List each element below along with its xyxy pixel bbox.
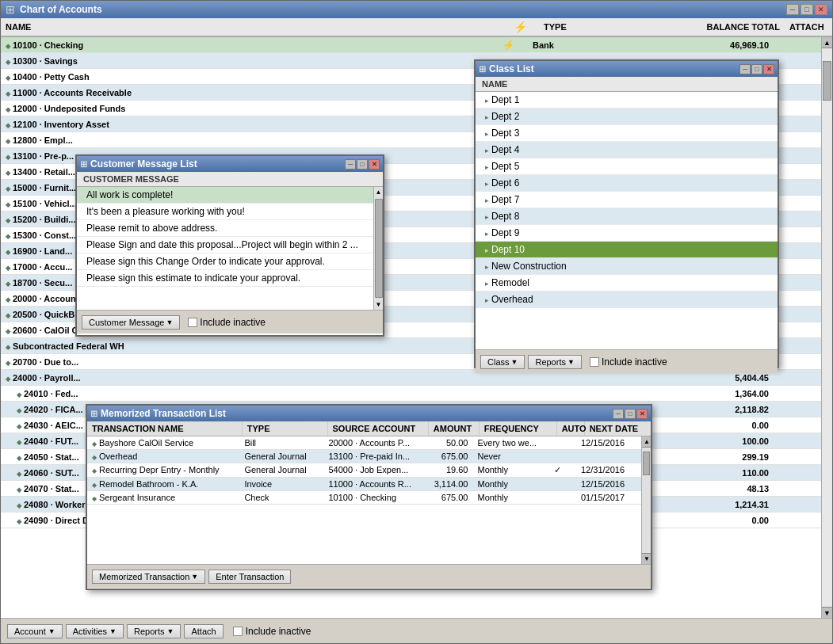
mtl-minimize[interactable]: ─ (613, 409, 624, 419)
mtl-close[interactable]: ✕ (636, 409, 648, 419)
list-item[interactable]: Dept 8 (476, 208, 778, 225)
activities-label: Activities (73, 627, 107, 636)
include-inactive-section: Include inactive (233, 626, 311, 637)
cml-minimize[interactable]: ─ (345, 159, 356, 170)
list-item[interactable]: Dept 4 (476, 142, 778, 158)
customer-message-dropdown-label: Customer Message (89, 318, 164, 327)
cml-content-area: All work is complete! It's been a pleasu… (77, 187, 383, 310)
list-item[interactable]: Dept 7 (476, 192, 778, 208)
cml-include-inactive-label: Include inactive (200, 317, 266, 328)
cml-close[interactable]: ✕ (369, 159, 380, 170)
list-item[interactable]: Please sign this estimate to indicate yo… (77, 270, 373, 287)
account-button[interactable]: Account ▼ (7, 624, 63, 638)
cl-column-header: NAME (476, 77, 778, 92)
list-item[interactable]: New Construction (476, 258, 778, 275)
mtl-scroll-up[interactable]: ▲ (642, 436, 651, 448)
mtl-footer: Memorized Transaction ▼ Enter Transactio… (87, 564, 651, 588)
mtl-rows[interactable]: Bayshore CalOil Service Bill 20000 · Acc… (87, 436, 641, 564)
cml-scroll-down[interactable]: ▼ (374, 299, 384, 310)
cml-scroll-up[interactable]: ▲ (374, 187, 384, 197)
main-container: ⊞ Chart of Accounts ─ □ ✕ NAME ⚡ TYPE BA… (0, 0, 833, 644)
list-item[interactable]: Please remit to above address. (77, 220, 373, 237)
main-title: Chart of Accounts (20, 4, 102, 15)
minimize-button[interactable]: ─ (786, 4, 799, 15)
cml-include-inactive-checkbox[interactable] (188, 318, 197, 327)
maximize-button[interactable]: □ (801, 4, 813, 15)
list-item[interactable]: Please Sign and date this proposal...Pro… (77, 237, 373, 253)
mtl-col-amount-header: AMOUNT (429, 421, 480, 436)
cl-close[interactable]: ✕ (763, 64, 774, 74)
table-row[interactable]: Overhead General Journal 13100 · Pre-pai… (87, 450, 641, 463)
mtl-col-type-header: TYPE (243, 421, 328, 436)
table-row[interactable]: Sergeant Insurance Check 10100 · Checkin… (87, 491, 641, 505)
cl-list[interactable]: Dept 1 Dept 2 Dept 3 Dept 4 Dept 5 Dept … (476, 92, 778, 349)
cl-include-inactive: Include inactive (590, 356, 667, 368)
account-dropdown-arrow: ▼ (48, 627, 55, 635)
scrollbar-thumb[interactable] (823, 61, 831, 101)
class-list-window: ⊞ Class List ─ □ ✕ NAME Dept 1 Dept 2 De… (474, 59, 779, 368)
list-item[interactable]: ▸Dept 10 (476, 242, 778, 258)
mtl-maximize[interactable]: □ (625, 409, 636, 419)
list-item[interactable]: It's been a pleasure working with you! (77, 204, 373, 220)
vertical-scrollbar[interactable]: ▲ ▼ (821, 37, 832, 618)
table-row[interactable]: Recurring Depr Entry - Monthly General J… (87, 463, 641, 478)
include-inactive-label: Include inactive (246, 626, 311, 637)
account-label: Account (14, 627, 46, 636)
list-item[interactable]: Dept 5 (476, 158, 778, 175)
cl-title-bar: ⊞ Class List ─ □ ✕ (476, 61, 778, 77)
mtl-scrollbar[interactable]: ▲ ▼ (641, 436, 651, 564)
list-item[interactable]: Please sign this Change Order to indicat… (77, 253, 373, 270)
list-item[interactable]: Overhead (476, 292, 778, 308)
memorized-transaction-dropdown-btn[interactable]: Memorized Transaction ▼ (92, 570, 205, 584)
mtl-controls: ─ □ ✕ (613, 409, 648, 419)
class-dropdown-label: Class (487, 357, 510, 367)
col-balance-header: BALANCE TOTAL (682, 20, 785, 34)
cml-controls: ─ □ ✕ (345, 159, 380, 170)
main-title-bar: ⊞ Chart of Accounts ─ □ ✕ (1, 1, 832, 18)
cl-dropdown-arrow: ▼ (511, 358, 518, 366)
mtl-col-name-header: TRANSACTION NAME (87, 421, 243, 436)
mtl-col-next-header: NEXT DATE (585, 421, 651, 436)
scroll-down-button[interactable]: ▼ (822, 607, 832, 618)
coa-footer: Account ▼ Activities ▼ Reports ▼ Attach … (1, 618, 832, 643)
scroll-up-button[interactable]: ▲ (822, 37, 832, 48)
list-item[interactable]: Dept 2 (476, 109, 778, 125)
reports-dropdown-btn[interactable]: Reports ▼ (528, 355, 581, 369)
table-row[interactable]: Remodel Bathroom - K.A. Invoice 11000 · … (87, 478, 641, 491)
table-row[interactable]: Bayshore CalOil Service Bill 20000 · Acc… (87, 436, 641, 450)
list-item[interactable]: Dept 6 (476, 175, 778, 192)
cl-include-inactive-checkbox[interactable] (590, 357, 599, 367)
list-item[interactable]: Remodel (476, 275, 778, 292)
class-dropdown-btn[interactable]: Class ▼ (480, 355, 525, 369)
cml-maximize[interactable]: □ (357, 159, 368, 170)
table-row[interactable]: 10100 · Checking ⚡ Bank 46,969.10 (1, 37, 821, 53)
cl-controls: ─ □ ✕ (739, 64, 774, 74)
activities-button[interactable]: Activities ▼ (66, 624, 124, 638)
mtl-scrollbar-thumb[interactable] (643, 452, 650, 475)
cl-maximize[interactable]: □ (751, 64, 762, 74)
cml-scrollbar[interactable]: ▲ ▼ (373, 187, 383, 310)
table-row[interactable]: 24010 · Fed... 1,364.00 (1, 386, 821, 402)
customer-message-dropdown-btn[interactable]: Customer Message ▼ (82, 315, 180, 330)
mtl-scroll-down[interactable]: ▼ (642, 553, 651, 564)
cml-list[interactable]: All work is complete! It's been a pleasu… (77, 187, 373, 310)
cl-include-inactive-label: Include inactive (602, 356, 667, 368)
account-name: 10100 · Checking (1, 38, 499, 52)
list-item[interactable]: Dept 3 (476, 125, 778, 142)
cml-dropdown-arrow: ▼ (166, 318, 173, 326)
enter-transaction-button[interactable]: Enter Transaction (208, 570, 291, 584)
cml-scrollbar-thumb[interactable] (375, 199, 383, 298)
include-inactive-checkbox[interactable] (233, 627, 243, 636)
mtl-col-source-header: SOURCE ACCOUNT (328, 421, 429, 436)
mtl-dropdown-arrow: ▼ (191, 573, 198, 581)
mtl-col-freq-header: FREQUENCY (480, 421, 557, 436)
list-item[interactable]: Dept 1 (476, 92, 778, 109)
cml-title-bar: ⊞ Customer Message List ─ □ ✕ (77, 156, 383, 172)
cl-minimize[interactable]: ─ (739, 64, 751, 74)
reports-button[interactable]: Reports ▼ (127, 624, 181, 638)
list-item[interactable]: All work is complete! (77, 187, 373, 204)
activities-dropdown-arrow: ▼ (109, 627, 117, 635)
list-item[interactable]: Dept 9 (476, 225, 778, 242)
close-button[interactable]: ✕ (815, 4, 827, 15)
attach-button[interactable]: Attach (184, 624, 223, 638)
